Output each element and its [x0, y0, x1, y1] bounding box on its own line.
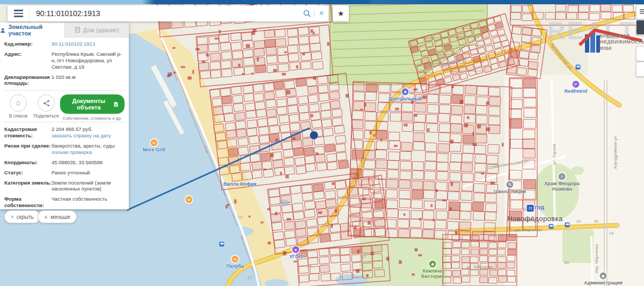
star-outline-icon: ☆: [10, 94, 27, 112]
road-per-marchenko: [591, 237, 592, 286]
panel-tabs: Земельный участок Дом (здание): [0, 23, 129, 38]
search-bar[interactable]: ×: [8, 5, 328, 21]
collapse-panel-button[interactable]: ∧ меньше: [38, 210, 77, 223]
document-icon: [114, 101, 118, 108]
chevron-up-icon: ∧: [44, 214, 48, 220]
field-value: Ранее учтенный: [52, 170, 125, 176]
field-label: Риски при сделке:: [4, 143, 52, 156]
admin-poi-icon[interactable]: ■: [600, 273, 607, 280]
add-to-list-button[interactable]: ☆ В список: [4, 94, 32, 119]
divider: [4, 90, 125, 91]
restaurant-poi-icon[interactable]: Ψ: [151, 140, 158, 146]
school-poi-icon[interactable]: ✎: [507, 181, 514, 188]
share-button[interactable]: Поделиться: [32, 94, 60, 119]
field-row-ownership: Форма собственности: Частная собственнос…: [4, 196, 125, 209]
field-value: 45.098035, 33.560588: [52, 159, 125, 166]
star-poi-icon[interactable]: ★: [402, 89, 409, 96]
field-row-risks: Риски при сделке: банкротства, аресты, с…: [4, 143, 125, 156]
action-label: В список: [4, 113, 32, 119]
field-value: Республика Крым, Сакский р-н, пгт Новофе…: [52, 51, 125, 70]
button-subtext: Собственник, стоимость и др.: [60, 116, 125, 121]
tab-label: Дом (здание): [83, 27, 119, 33]
map-control-zoom-in[interactable]: [636, 46, 644, 61]
share-icon: [38, 94, 55, 112]
field-label: Адрес:: [4, 51, 52, 70]
field-label: Категория земель:: [4, 180, 52, 193]
clear-search-icon[interactable]: ×: [314, 5, 328, 21]
field-row-coordinates: Координаты: 45.098035, 33.560588: [4, 159, 125, 166]
field-label: Кад.номер:: [4, 41, 52, 47]
field-row-area: Декларированная площадь: 1 020 кв.м: [4, 74, 125, 87]
pond: [226, 226, 254, 236]
field-label: Координаты:: [4, 159, 52, 166]
selected-parcel-marker[interactable]: [310, 131, 318, 140]
pill-label: меньше: [50, 214, 70, 220]
tab-land-parcel[interactable]: Земельный участок: [0, 23, 64, 38]
tab-building[interactable]: Дом (здание): [64, 23, 129, 38]
church-poi-icon[interactable]: †: [559, 173, 566, 180]
site-logo: КРЫМСКАЯ НЕДВИЖИМОСТЬ ЮБК: [579, 27, 643, 57]
divider: [4, 122, 125, 122]
action-label: Поделиться: [32, 113, 60, 119]
map-control-layers[interactable]: [636, 4, 644, 19]
generic-poi-icon[interactable]: ●: [292, 246, 299, 253]
green-area: [562, 230, 594, 263]
restaurant-poi-icon[interactable]: Ψ: [232, 256, 239, 263]
field-row-address: Адрес: Республика Крым, Сакский р-н, пгт…: [4, 51, 125, 70]
map-control-basemap[interactable]: [636, 20, 644, 35]
field-value: Частная собственность: [52, 196, 125, 209]
pill-label: скрыть: [17, 214, 34, 220]
field-value: банкротства, аресты, суды: [52, 143, 115, 149]
close-icon: ×: [11, 214, 14, 220]
field-label: Декларированная площадь:: [4, 74, 52, 87]
search-icon[interactable]: [300, 5, 314, 21]
field-row-status: Статус: Ранее учтенный: [4, 170, 125, 176]
hide-panel-button[interactable]: × скрыть: [4, 210, 40, 223]
field-label: Кадастровая стоимость:: [4, 126, 52, 139]
field-row-kadnumber: Кад.номер: 90:11:010102:1913: [4, 41, 125, 47]
field-value: 1 020 кв.м: [52, 74, 125, 87]
favorites-button[interactable]: ★: [333, 5, 349, 21]
field-row-category: Категория земель: Земли поселений (земли…: [4, 180, 125, 193]
field-value: 2 204 866.57 руб.: [52, 126, 92, 132]
store-poi-icon[interactable]: П: [527, 205, 534, 212]
menu-icon[interactable]: [8, 5, 30, 21]
map-control-zoom-out[interactable]: [636, 62, 644, 77]
cadastral-number-link[interactable]: 90:11:010102:1913: [52, 41, 125, 47]
fuel-poi-icon[interactable]: P: [573, 81, 580, 88]
full-check-link[interactable]: полная проверка: [52, 149, 92, 155]
field-label: Статус:: [4, 170, 52, 176]
tab-label: Земельный участок: [9, 24, 64, 36]
field-label: Форма собственности:: [4, 196, 52, 209]
order-report-link[interactable]: заказать справку на дату: [52, 133, 111, 138]
button-label: Документы объекта: [67, 98, 111, 111]
field-value: Земли поселений (земли населенных пункто…: [52, 180, 125, 193]
top-bar: [0, 0, 644, 4]
logo-line2: НЕДВИЖИМОСТЬ: [600, 39, 644, 45]
restaurant-poi-icon[interactable]: Ψ: [186, 196, 193, 203]
building-icon: [75, 27, 80, 33]
search-input[interactable]: [30, 9, 300, 18]
camp-poi-icon[interactable]: ♣: [429, 261, 436, 268]
person-pin-icon: [0, 27, 6, 33]
field-row-cost: Кадастровая стоимость: 2 204 866.57 руб.…: [4, 126, 125, 139]
object-documents-button[interactable]: Документы объекта: [60, 94, 125, 114]
parcel-info-panel: Земельный участок Дом (здание) Кад.номер…: [0, 23, 129, 209]
panel-actions: ☆ В список Поделиться Документы объекта …: [4, 94, 125, 121]
green-area: [571, 166, 584, 175]
